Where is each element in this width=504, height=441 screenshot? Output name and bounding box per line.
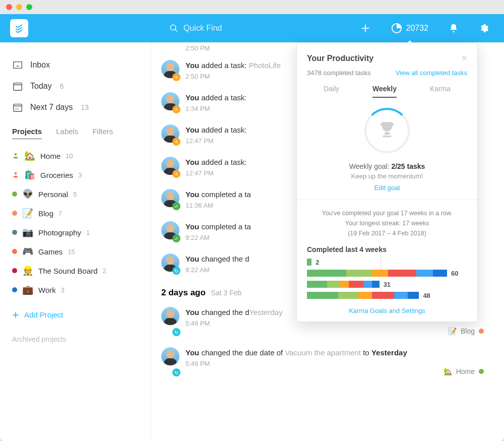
project-name: Home [40, 152, 60, 160]
project-name: Groceries [40, 171, 73, 179]
activity-badge-icon: + [172, 170, 180, 178]
tab-daily[interactable]: Daily [324, 85, 339, 98]
project-emoji: 🎮 [22, 246, 33, 257]
project-count: 2 [103, 267, 106, 275]
nav-next7[interactable]: +7 Next 7 days 13 [0, 97, 151, 118]
activity-badge-icon: ↻ [172, 267, 180, 275]
weekly-goal: Weekly goal: 2/25 tasks [307, 162, 467, 170]
tab-filters[interactable]: Filters [92, 127, 113, 139]
activity-badge-icon: ✓ [172, 234, 180, 242]
project-emoji: 👷 [22, 265, 33, 276]
sidebar-tabs: Projects Labels Filters [0, 118, 151, 139]
avatar [161, 347, 179, 365]
momentum-text: Keep up the momentum! [307, 172, 467, 180]
tab-projects[interactable]: Projects [12, 127, 42, 139]
calendar-week-icon: +7 [12, 102, 23, 113]
nav-today-count: 6 [60, 82, 64, 90]
tab-labels[interactable]: Labels [56, 127, 78, 139]
nav-inbox[interactable]: Inbox [0, 54, 151, 76]
activity-badge-icon: + [172, 105, 180, 113]
app-header: Quick Find 20732 [0, 14, 504, 42]
close-window-button[interactable] [6, 4, 12, 10]
project-emoji: 📷 [22, 227, 33, 238]
avatar [161, 307, 179, 325]
streak-text: You've completed your goal 17 weeks in a… [307, 208, 467, 238]
karma-settings-link[interactable]: Karma Goals and Settings [307, 307, 467, 314]
karma-button[interactable]: 20732 [391, 23, 429, 34]
project-count: 7 [58, 210, 62, 217]
view-all-link[interactable]: View all completed tasks [396, 69, 467, 77]
edit-goal-link[interactable]: Edit goal [307, 184, 467, 192]
quick-find[interactable]: Quick Find [169, 24, 360, 33]
activity-text: You changed the due date of Vacuum the a… [185, 347, 484, 358]
bar-value: 31 [384, 281, 391, 288]
app-logo[interactable] [10, 19, 28, 37]
completed-count: 3478 completed tasks [307, 69, 370, 77]
day-title: 2 days ago [161, 288, 206, 297]
window-titlebar [0, 0, 504, 14]
sidebar-project[interactable]: 🎮Games15 [0, 242, 151, 261]
project-name: Photography [38, 228, 81, 237]
project-emoji: 👽 [22, 188, 33, 200]
sidebar-project[interactable]: 👷The Sound Board2 [0, 261, 151, 280]
sidebar-project[interactable]: 📷Photography1 [0, 223, 151, 242]
project-count: 5 [73, 191, 77, 198]
project-name: The Sound Board [38, 267, 98, 275]
bar-value: 2 [316, 259, 319, 266]
activity-badge-icon: ✓ [172, 202, 180, 210]
sidebar-project[interactable]: 📝Blog7 [0, 204, 151, 223]
project-name: Work [38, 286, 56, 294]
tab-karma[interactable]: Karma [430, 85, 451, 98]
tab-weekly[interactable]: Weekly [372, 85, 397, 98]
close-icon[interactable]: × [461, 52, 467, 64]
add-project-label: Add Project [24, 310, 64, 319]
bar-value: 48 [423, 292, 430, 299]
search-placeholder: Quick Find [183, 24, 222, 33]
project-count: 3 [78, 171, 82, 179]
sidebar-project[interactable]: 🛍️Groceries3 [0, 165, 151, 184]
project-name: Blog [38, 209, 53, 218]
project-emoji: 💼 [22, 284, 33, 295]
nav-next7-count: 13 [81, 103, 89, 111]
svg-point-0 [170, 25, 176, 30]
minimize-window-button[interactable] [16, 4, 22, 10]
activity-project-tag[interactable]: 📝Blog [448, 327, 484, 335]
project-count: 3 [61, 286, 65, 294]
svg-line-1 [175, 29, 177, 32]
bar-chart-title: Completed last 4 weeks [307, 245, 467, 254]
add-task-icon[interactable] [360, 23, 371, 34]
projects-list: 🏡Home10🛍️Groceries3👽Personal5📝Blog7📷Phot… [0, 139, 151, 306]
activity-badge-icon: ↻ [172, 328, 180, 336]
add-project-button[interactable]: Add Project [0, 306, 151, 323]
sidebar-project[interactable]: 💼Work3 [0, 280, 151, 299]
plus-icon [12, 311, 19, 319]
productivity-popover: Your Productivity × 3478 completed tasks… [296, 43, 478, 322]
calendar-today-icon [12, 81, 23, 92]
nav-today-label: Today [30, 82, 52, 91]
svg-text:+7: +7 [15, 107, 19, 111]
project-count: 1 [86, 229, 90, 236]
bar-row: 31 [307, 281, 447, 288]
project-name: Personal [38, 190, 68, 199]
nav-inbox-label: Inbox [30, 60, 50, 70]
trophy-icon [377, 120, 397, 141]
bar-row: 48 [307, 292, 447, 299]
project-name: Games [38, 247, 62, 256]
archived-projects-link[interactable]: Archived projects [0, 323, 151, 355]
bar-value: 60 [451, 270, 458, 277]
karma-icon [391, 23, 402, 34]
sidebar-project[interactable]: 🏡Home10 [0, 146, 151, 165]
project-emoji: 🛍️ [24, 169, 35, 180]
activity-badge-icon: ↻ [172, 368, 180, 376]
svg-point-11 [15, 172, 17, 175]
project-count: 10 [66, 152, 73, 160]
activity-project-tag[interactable]: 🏡Home [444, 367, 484, 375]
nav-today[interactable]: Today 6 [0, 76, 151, 97]
sidebar-project[interactable]: 👽Personal5 [0, 184, 151, 204]
settings-icon[interactable] [479, 23, 489, 33]
activity-badge-icon: + [172, 73, 180, 81]
notifications-icon[interactable] [449, 23, 459, 33]
maximize-window-button[interactable] [26, 4, 32, 10]
bar-row: 60 [307, 270, 447, 277]
progress-ring [364, 108, 410, 153]
